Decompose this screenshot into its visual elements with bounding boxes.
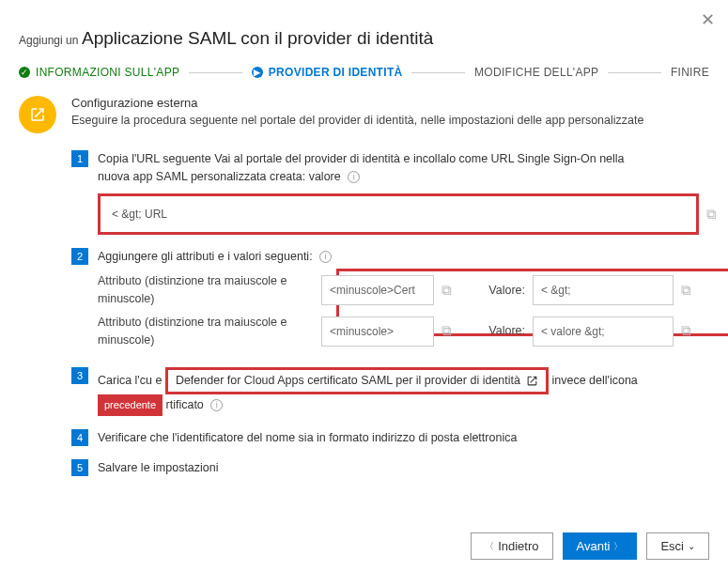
copy-icon[interactable]: ⧉	[681, 280, 691, 301]
attribute-input[interactable]: <minuscole>	[321, 316, 434, 347]
button-label: Avanti	[577, 539, 611, 553]
wizard-step-label: MODIFICHE DELL'APP	[474, 66, 598, 79]
copy-icon[interactable]: ⧉	[706, 203, 717, 224]
button-label: Esci	[660, 539, 684, 553]
close-icon[interactable]: ✕	[701, 9, 715, 30]
info-icon[interactable]: i	[348, 171, 360, 183]
next-button[interactable]: Avanti 〉	[563, 532, 638, 560]
step-number: 1	[71, 150, 88, 167]
copy-icon[interactable]: ⧉	[441, 280, 452, 301]
exit-button[interactable]: Esci ⌄	[646, 532, 709, 560]
config-step-5: 5 Salvare le impostazioni	[71, 459, 709, 477]
check-icon: ✓	[19, 67, 30, 78]
attribute-label: Attributo (distinzione tra maiuscole e m…	[98, 272, 314, 308]
header-pretitle: Aggiungi un	[19, 34, 78, 47]
step-number: 2	[71, 248, 88, 265]
step-divider	[608, 72, 661, 73]
config-step-4: 4 Verificare che l'identificatore del no…	[71, 429, 709, 447]
step-text: invece dell'icona	[551, 374, 637, 387]
step-text: Aggiungere gli attributi e i valori segu…	[98, 250, 313, 263]
attribute-input[interactable]: <minuscole>Cert	[321, 275, 434, 305]
copy-icon[interactable]: ⧉	[441, 320, 452, 342]
arrow-icon: ▶	[252, 67, 263, 78]
wizard-step-finish[interactable]: FINIRE	[671, 66, 709, 79]
wizard-step-idp[interactable]: ▶ PROVIDER DI IDENTITÀ	[252, 66, 403, 79]
back-button[interactable]: 〈 Indietro	[471, 532, 552, 560]
dialog-footer: 〈 Indietro Avanti 〉 Esci ⌄	[471, 532, 709, 560]
chevron-left-icon: 〈	[485, 540, 494, 553]
wizard-step-app-changes[interactable]: MODIFICHE DELL'APP	[474, 66, 598, 79]
sso-url-value: < &gt; URL	[112, 208, 167, 221]
step-text: Verificare che l'identificatore del nome…	[98, 431, 517, 444]
step-text: Carica l'cu e	[98, 374, 162, 387]
step-divider	[411, 72, 465, 73]
value-input[interactable]: < &gt;	[533, 275, 674, 305]
config-step-3: 3 Carica l'cu e Defender for Cloud Apps …	[71, 367, 709, 415]
step-text: Copia l'URL seguente Vai al portale del …	[98, 152, 625, 165]
value-input[interactable]: < valore &gt;	[533, 316, 674, 347]
step-divider	[189, 72, 242, 73]
wizard-step-app-info[interactable]: ✓ INFORMAZIONI SULL'APP	[19, 66, 179, 79]
step-number: 4	[71, 429, 88, 446]
download-cert-link[interactable]: Defender for Cloud Apps certificato SAML…	[165, 367, 549, 394]
info-icon[interactable]: i	[210, 399, 223, 411]
wizard-steps: ✓ INFORMAZIONI SULL'APP ▶ PROVIDER DI ID…	[0, 58, 728, 96]
step-text: rtificato	[166, 398, 204, 411]
step-number: 5	[71, 459, 88, 476]
header-title: Applicazione SAML con il provider di ide…	[82, 28, 433, 49]
value-label: Valore:	[478, 322, 525, 340]
step-text: nuova app SAML personalizzata creata: va…	[98, 170, 341, 183]
external-config-title: Configurazione esterna	[71, 96, 643, 110]
external-link-icon	[526, 375, 538, 387]
wizard-step-label: PROVIDER DI IDENTITÀ	[269, 66, 403, 79]
copy-icon[interactable]: ⧉	[681, 320, 691, 342]
previous-badge: precedente	[98, 394, 163, 416]
sso-url-field[interactable]: < &gt; URL ⧉	[98, 193, 699, 235]
external-config-desc: Eseguire la procedura seguente nel porta…	[71, 114, 643, 127]
chevron-right-icon: 〉	[613, 540, 623, 553]
link-text: Defender for Cloud Apps certificato SAML…	[176, 372, 520, 390]
external-link-icon	[19, 96, 56, 133]
info-icon[interactable]: i	[319, 251, 332, 263]
config-step-2: 2 Aggiungere gli attributi e i valori se…	[71, 248, 709, 355]
config-step-1: 1 Copia l'URL seguente Vai al portale de…	[71, 150, 709, 235]
chevron-down-icon: ⌄	[688, 541, 695, 551]
value-label: Valore:	[478, 282, 525, 300]
step-number: 3	[71, 367, 88, 384]
dialog-header: Aggiungi un Applicazione SAML con il pro…	[0, 0, 728, 58]
wizard-step-label: INFORMAZIONI SULL'APP	[36, 66, 179, 79]
attribute-label: Attributo (distinzione tra maiuscole e m…	[98, 314, 314, 349]
button-label: Indietro	[498, 539, 538, 553]
step-text: Salvare le impostazioni	[98, 461, 219, 474]
external-config-section: Configurazione esterna Eseguire la proce…	[19, 96, 709, 133]
wizard-step-label: FINIRE	[671, 66, 709, 79]
